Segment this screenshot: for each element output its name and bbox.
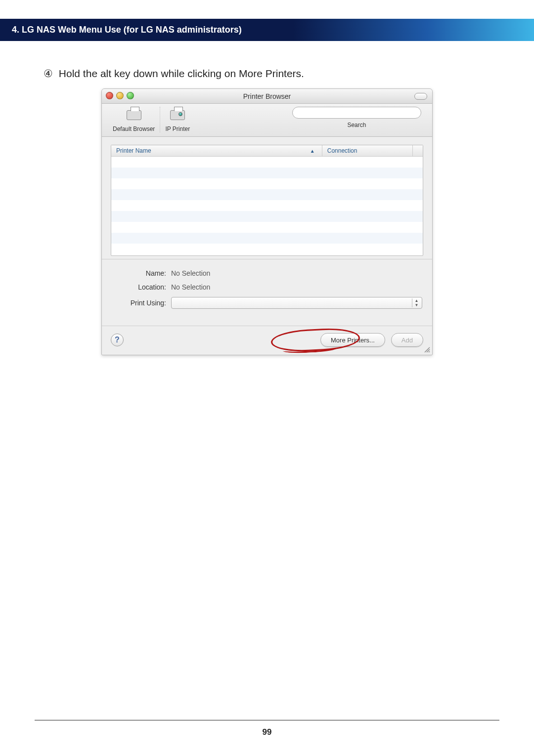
search-area: Search <box>287 107 426 128</box>
page-footer-rule <box>35 720 499 720</box>
search-input[interactable] <box>292 107 421 119</box>
location-label: Location: <box>112 283 171 291</box>
column-connection[interactable]: Connection <box>322 145 413 156</box>
toolbar: Default Browser IP Printer Search <box>102 104 432 137</box>
scrollbar-header <box>413 145 423 156</box>
window-controls <box>106 92 134 99</box>
list-row <box>111 157 423 168</box>
list-body[interactable] <box>111 157 423 255</box>
resize-grip-icon[interactable] <box>423 346 430 353</box>
window-titlebar[interactable]: Printer Browser <box>102 89 432 104</box>
more-printers-button[interactable]: More Printers... <box>320 333 385 347</box>
location-value: No Selection <box>171 283 422 291</box>
list-row <box>111 244 423 254</box>
svg-line-4 <box>429 351 430 352</box>
select-stepper-icon: ▲▼ <box>412 298 421 307</box>
section-title: 4. LG NAS Web Menu Use (for LG NAS admin… <box>12 25 242 35</box>
zoom-icon[interactable] <box>127 92 134 99</box>
list-row <box>111 211 423 222</box>
search-label: Search <box>292 122 421 128</box>
list-row <box>111 222 423 233</box>
help-icon: ? <box>115 336 120 344</box>
help-button[interactable]: ? <box>111 334 124 346</box>
add-button[interactable]: Add <box>391 333 423 347</box>
printer-browser-window: Printer Browser Default Browser IP Print… <box>101 88 433 355</box>
print-using-select[interactable]: ▲▼ <box>171 297 422 309</box>
list-row <box>111 168 423 178</box>
sort-ascending-icon: ▲ <box>310 148 315 154</box>
minimize-icon[interactable] <box>116 92 124 99</box>
toolbar-toggle-icon[interactable] <box>414 93 427 100</box>
list-row <box>111 200 423 211</box>
column-printer-name[interactable]: Printer Name ▲ <box>111 145 322 156</box>
list-header[interactable]: Printer Name ▲ Connection <box>111 145 423 157</box>
printer-form: Name: No Selection Location: No Selectio… <box>102 259 432 326</box>
ip-printer-button[interactable]: IP Printer <box>160 107 195 132</box>
step-instruction: ④ Hold the alt key down while clicking o… <box>44 68 490 80</box>
step-text: Hold the alt key down while clicking on … <box>59 68 304 79</box>
default-browser-label: Default Browser <box>113 126 155 132</box>
printer-list-area: Printer Name ▲ Connection <box>102 137 432 259</box>
page-section-header: 4. LG NAS Web Menu Use (for LG NAS admin… <box>0 19 534 41</box>
list-row <box>111 178 423 189</box>
window-title: Printer Browser <box>243 92 291 100</box>
name-label: Name: <box>112 269 171 277</box>
name-value: No Selection <box>171 269 422 277</box>
button-bar: ? More Printers... Add <box>102 326 432 355</box>
list-row <box>111 189 423 200</box>
step-number: ④ <box>44 68 53 80</box>
ip-printer-label: IP Printer <box>165 126 190 132</box>
list-row <box>111 233 423 244</box>
printer-list[interactable]: Printer Name ▲ Connection <box>111 145 423 256</box>
printer-icon <box>123 107 145 124</box>
print-using-label: Print Using: <box>112 299 171 307</box>
ip-printer-icon <box>167 107 188 124</box>
default-browser-button[interactable]: Default Browser <box>108 107 160 132</box>
close-icon[interactable] <box>106 92 113 99</box>
page-number: 99 <box>0 727 534 737</box>
